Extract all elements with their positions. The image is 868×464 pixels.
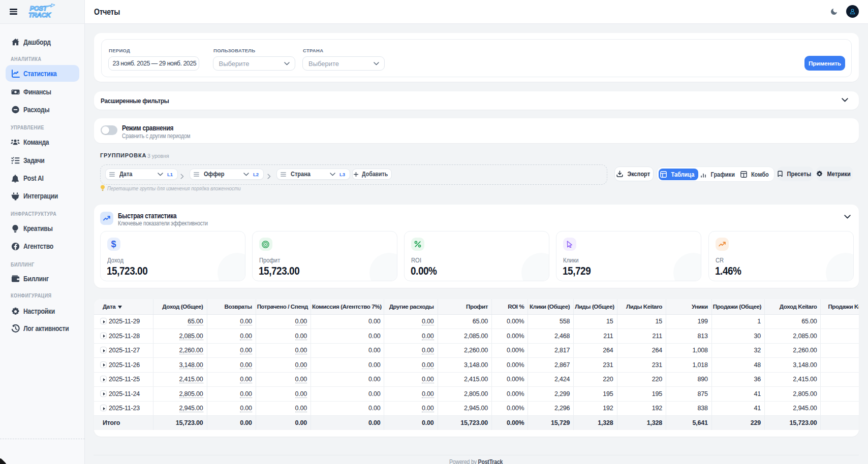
svg-text:TRACK: TRACK [28, 11, 52, 19]
